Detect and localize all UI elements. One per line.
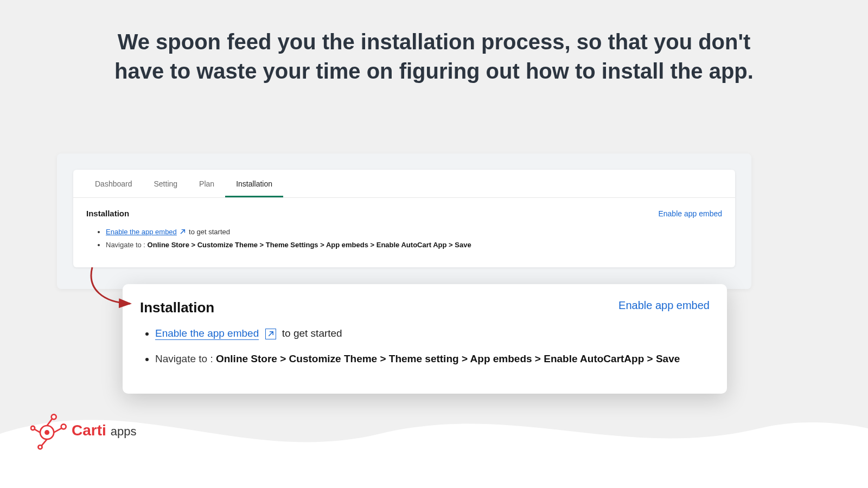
tab-plan[interactable]: Plan: [188, 170, 225, 197]
tab-bar: Dashboard Setting Plan Installation: [73, 170, 735, 198]
svg-line-6: [41, 439, 47, 446]
list-item: Enable the app embed to get started: [155, 326, 710, 342]
svg-point-1: [44, 430, 49, 435]
zoom-title: Installation: [140, 299, 214, 316]
panel-body: Installation Enable app embed Enable the…: [73, 198, 735, 267]
tab-dashboard[interactable]: Dashboard: [84, 170, 143, 197]
list-item: Enable the app embed to get started: [106, 228, 722, 236]
list-item: Navigate to : Online Store > Customize T…: [155, 351, 710, 367]
logo-suffix-text: apps: [111, 425, 137, 439]
nav-prefix: Navigate to :: [106, 241, 148, 249]
tab-installation[interactable]: Installation: [225, 170, 283, 197]
svg-point-3: [52, 414, 56, 419]
bullet-suffix: to get started: [189, 228, 230, 236]
svg-point-7: [38, 445, 42, 449]
app-screenshot-frame: Dashboard Setting Plan Installation Inst…: [57, 153, 751, 289]
enable-app-embed-link[interactable]: Enable app embed: [658, 209, 722, 218]
zoom-enable-app-embed-link[interactable]: Enable app embed: [618, 299, 710, 312]
zoom-instruction-list: Enable the app embed to get started Navi…: [140, 326, 710, 367]
instruction-list: Enable the app embed to get started Navi…: [86, 228, 722, 249]
zoom-enable-embed-inline-link[interactable]: Enable the app embed: [155, 328, 259, 340]
zoom-nav-path: Online Store > Customize Theme > Theme s…: [216, 353, 680, 364]
nav-path: Online Store > Customize Theme > Theme S…: [148, 241, 471, 249]
zoom-callout: Installation Enable app embed Enable the…: [123, 284, 727, 394]
carti-logo-icon: [30, 411, 69, 450]
external-link-icon: [180, 228, 186, 236]
external-link-icon: [265, 329, 276, 339]
app-panel: Dashboard Setting Plan Installation Inst…: [73, 170, 735, 267]
tab-setting[interactable]: Setting: [143, 170, 189, 197]
brand-logo: Carti apps: [30, 411, 137, 450]
list-item: Navigate to : Online Store > Customize T…: [106, 241, 722, 249]
logo-brand-text: Carti: [72, 422, 106, 439]
zoom-nav-prefix: Navigate to :: [155, 353, 216, 364]
zoom-bullet-suffix: to get started: [282, 328, 342, 339]
marketing-headline: We spoon feed you the installation proce…: [0, 0, 868, 86]
section-title: Installation: [86, 209, 129, 218]
enable-embed-inline-link[interactable]: Enable the app embed: [106, 228, 177, 236]
svg-point-5: [61, 424, 66, 429]
svg-point-9: [31, 426, 35, 430]
